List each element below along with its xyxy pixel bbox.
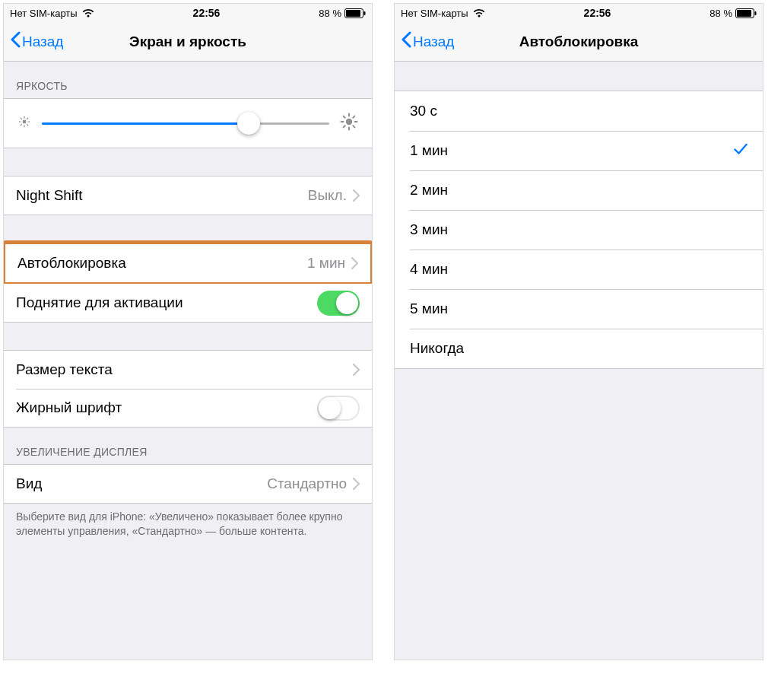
battery-pct: 88 % — [319, 8, 341, 19]
svg-line-19 — [344, 126, 345, 127]
autolock-group-top: Автоблокировка 1 мин — [5, 244, 370, 282]
slider-thumb[interactable] — [237, 112, 260, 135]
night-shift-row[interactable]: Night Shift Выкл. — [4, 176, 372, 215]
autolock-options-group: 30 с1 мин2 мин3 мин4 мин5 минНикогда — [395, 91, 763, 369]
svg-rect-23 — [755, 11, 757, 15]
svg-line-9 — [27, 124, 27, 125]
carrier-label: Нет SIM-карты — [10, 8, 78, 19]
brightness-slider[interactable] — [42, 122, 329, 125]
svg-rect-22 — [737, 10, 751, 17]
back-label: Назад — [22, 33, 63, 50]
autolock-label: Автоблокировка — [17, 255, 307, 272]
brightness-section-header: ЯРКОСТЬ — [4, 62, 372, 98]
raise-to-wake-label: Поднятие для активации — [16, 294, 317, 311]
chevron-right-icon — [353, 364, 360, 376]
raise-to-wake-row: Поднятие для активации — [4, 284, 372, 322]
status-time: 22:56 — [193, 7, 221, 19]
autolock-option[interactable]: 3 мин — [395, 210, 763, 250]
bold-text-label: Жирный шрифт — [16, 399, 317, 416]
autolock-option[interactable]: 4 мин — [395, 250, 763, 289]
back-button[interactable]: Назад — [10, 31, 63, 52]
autolock-highlight: Автоблокировка 1 мин — [3, 240, 373, 286]
view-value: Стандартно — [267, 475, 347, 492]
checkmark-icon — [734, 142, 747, 159]
sun-small-icon — [17, 115, 31, 132]
sun-large-icon — [340, 113, 358, 134]
autolock-value: 1 мин — [307, 255, 345, 272]
night-shift-value: Выкл. — [308, 187, 347, 204]
svg-line-18 — [353, 126, 354, 127]
battery-icon — [344, 8, 366, 18]
option-label: 3 мин — [410, 221, 448, 238]
svg-line-20 — [353, 116, 354, 118]
svg-line-17 — [344, 116, 345, 118]
view-label: Вид — [16, 475, 267, 492]
option-label: 1 мин — [410, 142, 448, 159]
svg-point-3 — [23, 120, 27, 124]
switch-knob — [319, 397, 341, 419]
nav-bar: Назад Экран и яркость — [4, 22, 372, 62]
battery-icon — [735, 8, 757, 18]
svg-line-8 — [21, 118, 21, 119]
autolock-option[interactable]: 30 с — [395, 91, 763, 131]
status-bar: Нет SIM-карты 22:56 88 % — [4, 4, 372, 22]
autolock-option[interactable]: Никогда — [395, 329, 763, 368]
autolock-option[interactable]: 1 мин — [395, 131, 763, 170]
nav-bar: Назад Автоблокировка — [395, 22, 763, 62]
phone-autolock: Нет SIM-карты 22:56 88 % Назад Автоблоки… — [394, 3, 763, 660]
bold-text-switch[interactable] — [317, 396, 360, 421]
status-right: 88 % — [709, 8, 757, 19]
status-time: 22:56 — [584, 7, 611, 19]
status-left: Нет SIM-карты — [401, 8, 485, 19]
night-shift-label: Night Shift — [16, 187, 308, 204]
raise-to-wake-switch[interactable] — [317, 291, 360, 316]
carrier-label: Нет SIM-карты — [401, 8, 468, 19]
autolock-row[interactable]: Автоблокировка 1 мин — [5, 244, 370, 282]
chevron-right-icon — [353, 478, 360, 490]
option-label: 5 мин — [410, 300, 448, 317]
chevron-right-icon — [351, 257, 358, 269]
raise-to-wake-group: Поднятие для активации — [4, 284, 372, 323]
svg-rect-1 — [346, 10, 360, 17]
bold-text-row: Жирный шрифт — [4, 389, 372, 427]
option-label: Никогда — [410, 340, 464, 357]
switch-knob — [336, 292, 358, 314]
svg-point-12 — [346, 119, 352, 125]
svg-line-11 — [27, 118, 27, 119]
option-label: 2 мин — [410, 182, 448, 199]
chevron-left-icon — [401, 31, 411, 52]
chevron-right-icon — [353, 189, 360, 202]
brightness-group — [4, 98, 372, 148]
wifi-icon — [473, 8, 485, 17]
view-row[interactable]: Вид Стандартно — [4, 465, 372, 503]
status-left: Нет SIM-карты — [10, 8, 94, 19]
autolock-option[interactable]: 2 мин — [395, 170, 763, 210]
chevron-left-icon — [10, 31, 21, 52]
view-group: Вид Стандартно — [4, 464, 372, 504]
slider-fill — [42, 122, 249, 125]
option-label: 30 с — [410, 103, 437, 119]
text-group: Размер текста Жирный шрифт — [4, 350, 372, 428]
view-footer: Выберите вид для iPhone: «Увеличено» пок… — [4, 504, 372, 551]
back-label: Назад — [413, 33, 454, 50]
status-right: 88 % — [319, 8, 366, 19]
text-size-row[interactable]: Размер текста — [4, 351, 372, 389]
autolock-option[interactable]: 5 мин — [395, 289, 763, 329]
status-bar: Нет SIM-карты 22:56 88 % — [395, 4, 763, 22]
option-label: 4 мин — [410, 261, 448, 278]
night-shift-group: Night Shift Выкл. — [4, 176, 372, 215]
display-zoom-header: УВЕЛИЧЕНИЕ ДИСПЛЕЯ — [4, 428, 372, 464]
brightness-slider-row — [4, 99, 372, 148]
battery-pct: 88 % — [709, 8, 732, 19]
wifi-icon — [82, 8, 94, 17]
back-button[interactable]: Назад — [401, 31, 454, 52]
svg-line-10 — [21, 124, 21, 125]
svg-rect-2 — [364, 11, 366, 15]
text-size-label: Размер текста — [16, 361, 353, 378]
phone-display-brightness: Нет SIM-карты 22:56 88 % Назад Экран и я… — [3, 3, 373, 660]
